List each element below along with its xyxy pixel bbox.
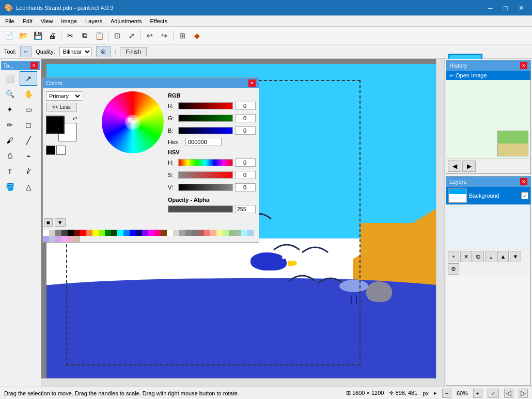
g-slider[interactable] xyxy=(178,115,233,122)
r-input[interactable] xyxy=(235,102,256,110)
palette-t11[interactable] xyxy=(229,230,235,236)
move-selection-tool[interactable]: ↔ xyxy=(20,46,32,57)
layers-down-button[interactable]: ▼ xyxy=(510,251,521,262)
new-button[interactable]: 📄 xyxy=(2,29,15,42)
color-wheel[interactable] xyxy=(102,91,164,153)
palette-t15[interactable] xyxy=(43,236,49,242)
palette-darkblue[interactable] xyxy=(136,230,142,236)
b-input[interactable] xyxy=(235,126,256,135)
palette-darkgreen[interactable] xyxy=(111,230,117,236)
pencil-tool[interactable]: ✏ xyxy=(1,118,19,132)
rectangle-tool[interactable]: ▭ xyxy=(20,102,37,117)
palette-orange[interactable] xyxy=(86,230,92,236)
palette-black[interactable] xyxy=(68,230,74,236)
palette-gray2[interactable] xyxy=(55,230,61,236)
pan-tool[interactable]: ✋ xyxy=(20,87,37,101)
cut-button[interactable]: ✂ xyxy=(64,29,77,42)
undo-button[interactable]: ↩ xyxy=(143,29,157,42)
resize-button[interactable]: ⤢ xyxy=(125,29,138,42)
hex-input[interactable] xyxy=(185,138,222,146)
palette-purple[interactable] xyxy=(142,230,148,236)
menu-image[interactable]: Image xyxy=(57,17,81,25)
curve-tool[interactable]: /∕ xyxy=(20,164,37,179)
g-input[interactable] xyxy=(235,114,256,122)
colors-close-button[interactable]: ✕ xyxy=(248,79,256,87)
palette-t2[interactable] xyxy=(173,230,179,236)
menu-file[interactable]: File xyxy=(1,17,19,25)
vertical-scrollbar[interactable] xyxy=(436,59,444,387)
magic-wand-tool[interactable]: ✦ xyxy=(1,102,19,117)
v-input[interactable] xyxy=(235,183,256,191)
a-input[interactable] xyxy=(235,205,256,213)
palette-t7[interactable] xyxy=(204,230,210,236)
rectangle-select-tool[interactable]: ⬜ xyxy=(1,71,19,86)
crop-button[interactable]: ⊡ xyxy=(111,29,124,42)
palette-t13[interactable] xyxy=(241,230,247,236)
menu-edit[interactable]: Edit xyxy=(19,17,37,25)
color-wheel-container[interactable] xyxy=(102,91,164,153)
palette-lime[interactable] xyxy=(99,230,105,236)
less-button[interactable]: << Less xyxy=(46,103,77,111)
palette-t8[interactable] xyxy=(210,230,216,236)
quality-select[interactable]: Bilinear xyxy=(59,47,92,56)
menu-adjustments[interactable]: Adjustments xyxy=(106,17,146,25)
palette-yellow[interactable] xyxy=(92,230,99,236)
menu-layers[interactable]: Layers xyxy=(81,17,106,25)
scroll-left-button[interactable]: ◁ xyxy=(504,389,513,398)
palette-gray1[interactable] xyxy=(49,230,55,236)
color-button[interactable]: ◆ xyxy=(190,29,204,42)
palette-white[interactable] xyxy=(43,230,49,236)
h-slider[interactable] xyxy=(178,159,233,166)
titlebar-controls[interactable]: ─ □ ✕ xyxy=(483,2,528,13)
minimize-button[interactable]: ─ xyxy=(483,2,497,13)
palette-t12[interactable] xyxy=(235,230,241,236)
h-input[interactable] xyxy=(235,158,256,167)
history-undo-button[interactable]: ◀ xyxy=(448,161,461,172)
switch-colors-icon[interactable]: ⇄ xyxy=(73,116,77,121)
history-redo-button[interactable]: ▶ xyxy=(462,161,476,172)
brush-tool[interactable]: 🖌 xyxy=(1,133,19,148)
menu-effects[interactable]: Effects xyxy=(146,17,171,25)
layers-duplicate-button[interactable]: ⧉ xyxy=(473,251,484,262)
copy-button[interactable]: ⧉ xyxy=(78,29,91,42)
tools-close-button[interactable]: ✕ xyxy=(30,62,38,69)
palette-cyan[interactable] xyxy=(117,230,123,236)
palette-gray3[interactable] xyxy=(61,230,68,236)
color-mode-select[interactable]: Primary Secondary xyxy=(46,91,82,101)
maximize-button[interactable]: □ xyxy=(499,2,512,13)
palette-menu-btn[interactable]: ▼ xyxy=(55,218,66,227)
horizontal-scrollbar[interactable] xyxy=(41,378,436,387)
palette-blue[interactable] xyxy=(130,230,136,236)
palette-t10[interactable] xyxy=(223,230,229,236)
line-tool[interactable]: ╱ xyxy=(20,133,37,148)
eraser-tool[interactable]: ◻ xyxy=(20,118,37,132)
scroll-right-button[interactable]: ▷ xyxy=(519,389,528,398)
layers-up-button[interactable]: ▲ xyxy=(497,251,509,262)
palette-fg-btn[interactable]: ■ xyxy=(44,218,53,227)
palette-t1[interactable] xyxy=(167,230,173,236)
r-slider[interactable] xyxy=(178,102,233,109)
antialias-toggle[interactable]: ◎ xyxy=(96,46,111,57)
grid-button[interactable]: ⊞ xyxy=(176,29,189,42)
palette-pink[interactable] xyxy=(154,230,161,236)
v-slider[interactable] xyxy=(178,184,233,191)
zoom-out-button[interactable]: − xyxy=(442,389,451,398)
s-input[interactable] xyxy=(235,171,256,179)
finish-button[interactable]: Finish xyxy=(120,47,146,56)
palette-t18[interactable] xyxy=(61,236,68,242)
zoom-tool[interactable]: 🔍 xyxy=(1,87,19,101)
layers-merge-button[interactable]: ⤓ xyxy=(485,251,496,262)
palette-bg-swatch[interactable] xyxy=(56,146,66,155)
palette-t6[interactable] xyxy=(198,230,204,236)
layer-item-background[interactable]: Background ✓ xyxy=(446,187,530,205)
history-item-open-image[interactable]: ↩ Open Image xyxy=(446,71,530,80)
layers-delete-button[interactable]: ✕ xyxy=(460,251,472,262)
palette-t20[interactable] xyxy=(74,236,80,242)
print-button[interactable]: 🖨 xyxy=(45,29,59,42)
palette-t14[interactable] xyxy=(247,230,254,236)
close-button[interactable]: ✕ xyxy=(514,2,528,13)
zoom-fit-button[interactable]: ⤢ xyxy=(488,389,499,398)
layer-visibility-check[interactable]: ✓ xyxy=(521,192,528,199)
foreground-swatch[interactable] xyxy=(46,116,65,134)
layers-close-button[interactable]: ✕ xyxy=(520,178,527,185)
